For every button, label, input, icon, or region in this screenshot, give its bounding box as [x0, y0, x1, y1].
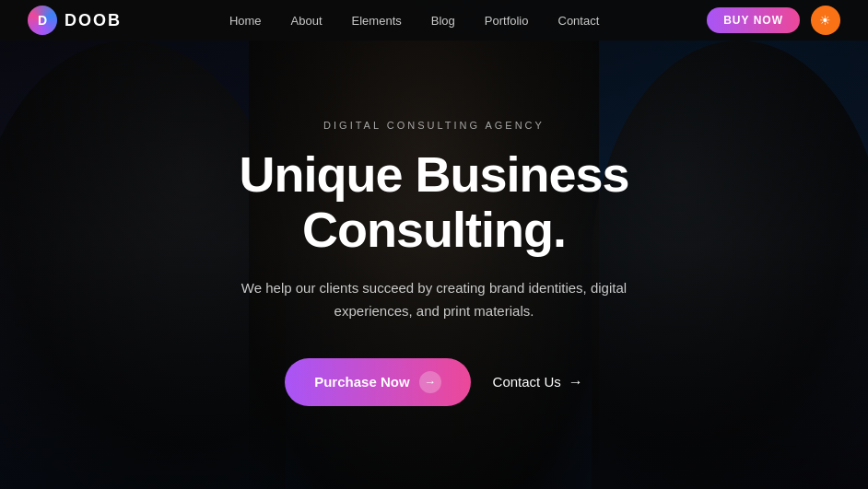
purchase-arrow-icon: → [419, 371, 441, 393]
nav-right: BUY NOW ☀ [707, 6, 840, 35]
nav-portfolio[interactable]: Portfolio [485, 14, 529, 28]
logo-letter: D [38, 13, 47, 28]
logo-icon: D [28, 6, 57, 35]
hero-content: DIGITAL CONSULTING AGENCY Unique Busines… [111, 83, 757, 405]
contact-us-button[interactable]: Contact Us → [493, 374, 583, 390]
navbar: D DOOB Home About Elements Blog Portfoli… [0, 0, 868, 41]
theme-toggle-button[interactable]: ☀ [811, 6, 840, 35]
sun-icon: ☀ [819, 13, 831, 28]
logo[interactable]: D DOOB [28, 6, 122, 35]
nav-blog[interactable]: Blog [431, 14, 455, 28]
hero-heading: Unique Business Consulting. [111, 147, 757, 257]
buy-now-button[interactable]: BUY NOW [707, 7, 800, 33]
hero-buttons: Purchase Now → Contact Us → [111, 358, 757, 406]
hero-subheading: DIGITAL CONSULTING AGENCY [111, 120, 757, 131]
logo-text: DOOB [65, 11, 122, 30]
nav-links: Home About Elements Blog Portfolio Conta… [229, 14, 599, 28]
hero-section: DIGITAL CONSULTING AGENCY Unique Busines… [0, 0, 868, 489]
nav-home[interactable]: Home [229, 14, 262, 28]
contact-label: Contact Us [493, 374, 561, 390]
contact-arrow-icon: → [569, 374, 583, 390]
nav-about[interactable]: About [291, 14, 323, 28]
purchase-now-button[interactable]: Purchase Now → [285, 358, 470, 406]
nav-elements[interactable]: Elements [352, 14, 402, 28]
purchase-label: Purchase Now [314, 374, 409, 390]
nav-contact[interactable]: Contact [558, 14, 600, 28]
hero-description: We help our clients succeed by creating … [222, 277, 646, 323]
